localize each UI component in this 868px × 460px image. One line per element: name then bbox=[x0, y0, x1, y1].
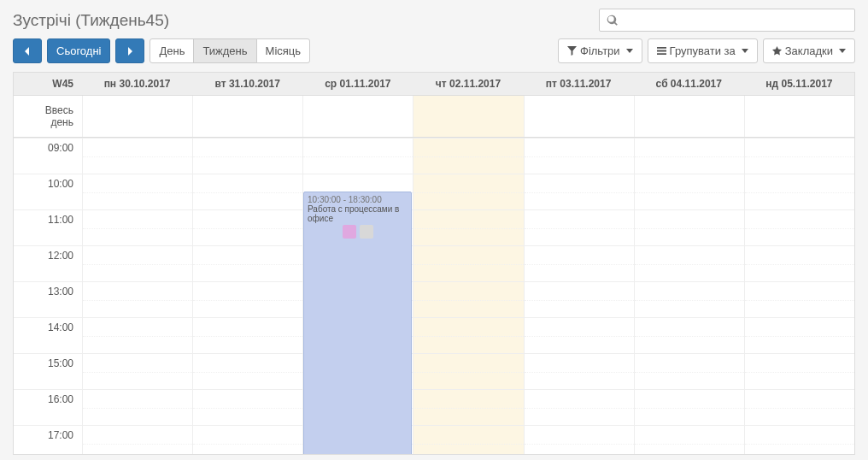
event-time: 10:30:00 - 18:30:00 bbox=[308, 195, 408, 204]
bookmarks-button[interactable]: Закладки bbox=[763, 38, 855, 63]
hour-cell[interactable] bbox=[82, 389, 192, 425]
today-button[interactable]: Сьогодні bbox=[47, 38, 110, 63]
allday-cell[interactable] bbox=[744, 96, 854, 137]
allday-cell[interactable] bbox=[524, 96, 634, 137]
arrow-right-icon bbox=[125, 46, 135, 56]
hour-cell[interactable] bbox=[744, 138, 854, 174]
day-header: чт 02.11.2017 bbox=[413, 73, 523, 95]
hour-cell[interactable] bbox=[524, 281, 634, 317]
hour-cell[interactable] bbox=[302, 138, 413, 174]
hour-cell[interactable] bbox=[413, 317, 523, 353]
list-icon bbox=[657, 46, 666, 56]
hour-cell[interactable] bbox=[634, 389, 744, 425]
hour-cell[interactable] bbox=[744, 174, 854, 209]
caret-down-icon bbox=[626, 49, 633, 53]
hour-cell[interactable] bbox=[413, 245, 523, 281]
hour-cell[interactable] bbox=[634, 138, 744, 174]
day-header: пт 03.11.2017 bbox=[524, 73, 634, 95]
hour-cell[interactable] bbox=[634, 317, 744, 353]
hour-cell[interactable] bbox=[82, 245, 192, 281]
hour-cell[interactable] bbox=[744, 317, 854, 353]
hour-cell[interactable] bbox=[82, 174, 192, 209]
hour-cell[interactable] bbox=[192, 425, 302, 454]
hour-cell[interactable] bbox=[524, 317, 634, 353]
hour-cell[interactable] bbox=[634, 245, 744, 281]
hour-cell[interactable] bbox=[524, 138, 634, 174]
hour-cell[interactable] bbox=[82, 281, 192, 317]
allday-cell[interactable] bbox=[82, 96, 192, 137]
prev-button[interactable] bbox=[13, 38, 42, 63]
day-header: вт 31.10.2017 bbox=[192, 73, 302, 95]
hour-row: 11:00 bbox=[14, 209, 854, 245]
hour-row: 10:00 bbox=[14, 174, 854, 209]
hour-cell[interactable] bbox=[634, 281, 744, 317]
allday-row: Ввесь день bbox=[14, 96, 854, 138]
avatar bbox=[360, 225, 373, 239]
search-input[interactable] bbox=[623, 14, 847, 27]
allday-cell[interactable] bbox=[302, 96, 413, 137]
hour-cell[interactable] bbox=[744, 209, 854, 245]
groupby-label: Групувати за bbox=[670, 44, 736, 57]
hour-cell[interactable] bbox=[82, 317, 192, 353]
hour-cell[interactable] bbox=[634, 174, 744, 209]
hour-cell[interactable] bbox=[82, 425, 192, 454]
hour-label: 14:00 bbox=[14, 317, 82, 353]
hour-cell[interactable] bbox=[744, 353, 854, 389]
allday-cell[interactable] bbox=[192, 96, 302, 137]
hour-cell[interactable] bbox=[82, 209, 192, 245]
hour-label: 10:00 bbox=[14, 174, 82, 209]
hour-cell[interactable] bbox=[524, 209, 634, 245]
hour-cell[interactable] bbox=[192, 209, 302, 245]
view-week-button[interactable]: Тиждень bbox=[193, 38, 256, 63]
hour-cell[interactable] bbox=[413, 138, 523, 174]
arrow-left-icon bbox=[22, 46, 32, 56]
day-header: пн 30.10.2017 bbox=[82, 73, 192, 95]
hour-cell[interactable] bbox=[192, 389, 302, 425]
view-month-button[interactable]: Місяць bbox=[256, 38, 310, 63]
event-attendees bbox=[308, 225, 408, 239]
hour-cell[interactable] bbox=[192, 353, 302, 389]
hour-cell[interactable] bbox=[744, 425, 854, 454]
hour-label: 09:00 bbox=[14, 138, 82, 174]
hour-label: 12:00 bbox=[14, 245, 82, 281]
hour-cell[interactable] bbox=[82, 138, 192, 174]
hour-cell[interactable] bbox=[192, 281, 302, 317]
hour-cell[interactable] bbox=[192, 317, 302, 353]
hour-cell[interactable] bbox=[192, 245, 302, 281]
calendar-grid[interactable]: 09:0010:0011:0012:0013:0014:0015:0016:00… bbox=[14, 138, 854, 454]
hour-cell[interactable] bbox=[82, 353, 192, 389]
hour-cell[interactable] bbox=[192, 174, 302, 209]
hour-cell[interactable] bbox=[192, 138, 302, 174]
hour-row: 09:00 bbox=[14, 138, 854, 174]
hour-cell[interactable] bbox=[744, 389, 854, 425]
calendar-event[interactable]: 10:30:00 - 18:30:00Работа с процессами в… bbox=[303, 192, 412, 454]
hour-cell[interactable] bbox=[634, 353, 744, 389]
hour-cell[interactable] bbox=[524, 245, 634, 281]
search-box[interactable] bbox=[599, 9, 855, 32]
groupby-button[interactable]: Групувати за bbox=[648, 38, 758, 63]
hour-label: 15:00 bbox=[14, 353, 82, 389]
hour-cell[interactable] bbox=[413, 174, 523, 209]
event-title: Работа с процессами в офисе bbox=[308, 204, 408, 223]
hour-cell[interactable] bbox=[524, 389, 634, 425]
filters-button[interactable]: Фільтри bbox=[558, 38, 642, 63]
hour-cell[interactable] bbox=[524, 353, 634, 389]
view-day-button[interactable]: День bbox=[150, 38, 194, 63]
hour-cell[interactable] bbox=[524, 425, 634, 454]
hour-cell[interactable] bbox=[413, 209, 523, 245]
hour-cell[interactable] bbox=[744, 245, 854, 281]
next-button[interactable] bbox=[115, 38, 144, 63]
hour-cell[interactable] bbox=[413, 353, 523, 389]
day-header: нд 05.11.2017 bbox=[744, 73, 854, 95]
hour-label: 11:00 bbox=[14, 209, 82, 245]
hour-cell[interactable] bbox=[413, 425, 523, 454]
hour-cell[interactable] bbox=[634, 425, 744, 454]
hour-cell[interactable] bbox=[413, 281, 523, 317]
allday-cell[interactable] bbox=[634, 96, 744, 137]
caret-down-icon bbox=[839, 49, 846, 53]
hour-cell[interactable] bbox=[634, 209, 744, 245]
hour-cell[interactable] bbox=[744, 281, 854, 317]
hour-cell[interactable] bbox=[524, 174, 634, 209]
allday-cell[interactable] bbox=[413, 96, 523, 137]
hour-cell[interactable] bbox=[413, 389, 523, 425]
